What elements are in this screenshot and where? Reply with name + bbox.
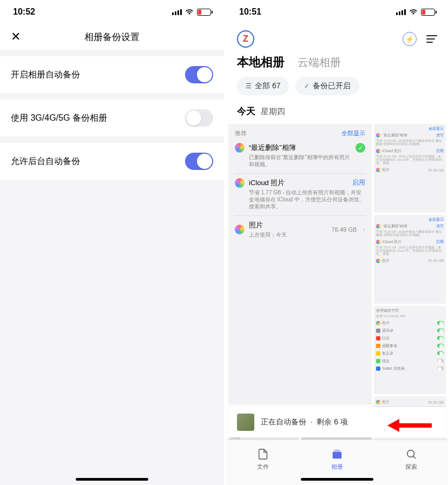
- setting-label: 允许后台自动备份: [11, 156, 80, 167]
- date-weekday: 星期四: [261, 107, 285, 117]
- toggle-background-backup[interactable]: [185, 153, 213, 170]
- tab-album-label: 相册: [331, 463, 343, 471]
- tab-explore[interactable]: 探索: [374, 440, 448, 485]
- album-screen: 10:51 Z ⚡ 本地相册 云端相册 ☰ 全部 67 ✓ 备份已开启 今天 星…: [224, 0, 448, 485]
- thumbnail-icloud-apps[interactable]: 管理储存空间 使用 ICLOUD 的 APP 照片 通讯录 日历 提醒事项 备忘…: [374, 306, 446, 395]
- filter-row: ☰ 全部 67 ✓ 备份已开启: [226, 77, 448, 102]
- photos-app-icon: [235, 178, 245, 188]
- home-indicator[interactable]: [76, 478, 148, 481]
- backup-status-button[interactable]: ✓ 备份已开启: [295, 77, 359, 95]
- photos-app-icon: [235, 143, 245, 153]
- thumbnail-settings-panel[interactable]: 推荐 全部显示 “最近删除”相簿 已删除保留在“最近删除”相簿中的所有照片和视频…: [228, 124, 372, 405]
- signal-icon: [396, 9, 406, 15]
- date-main: 今天: [237, 105, 255, 117]
- app-header: Z ⚡: [226, 24, 448, 54]
- filter-icon: ☰: [246, 82, 252, 90]
- settings-list: 开启相册自动备份 使用 3G/4G/5G 备份相册 允许后台自动备份: [0, 50, 224, 193]
- filter-all-button[interactable]: ☰ 全部 67: [237, 77, 289, 95]
- status-icons: [396, 9, 435, 16]
- page-title: 相册备份设置: [84, 31, 140, 43]
- toggle-auto-backup[interactable]: [185, 66, 213, 83]
- home-indicator[interactable]: [301, 478, 373, 481]
- backup-status-label: 备份已开启: [313, 81, 351, 91]
- status-icons: [172, 9, 211, 16]
- flash-icon[interactable]: ⚡: [403, 32, 417, 46]
- status-time: 10:51: [239, 7, 261, 17]
- photos-title: 照片: [249, 220, 287, 230]
- show-all-link: 全部显示: [341, 129, 365, 137]
- photos-sub: 上次使用：今天: [249, 231, 287, 238]
- svg-rect-1: [334, 450, 340, 451]
- photos-size: 76.49 GB: [332, 226, 357, 233]
- check-icon: ✓: [304, 82, 309, 90]
- status-bar: 10:51: [226, 0, 448, 24]
- battery-icon: [421, 9, 435, 16]
- tab-files[interactable]: 文件: [226, 440, 300, 485]
- tab-explore-label: 探索: [405, 463, 417, 471]
- thumbnail-recommend-2[interactable]: 全部显示 “最近删除”相簿清空 节省 76.29 GB - 此操作将永久删除保留…: [374, 215, 446, 304]
- nav-header: ✕ 相册备份设置: [0, 24, 224, 50]
- album-icon: [331, 448, 344, 461]
- chevron-right-icon: ›: [363, 226, 365, 233]
- check-badge-icon: ✓: [355, 143, 365, 153]
- tab-local-album[interactable]: 本地相册: [237, 54, 285, 70]
- settings-screen: 10:52 ✕ 相册备份设置 开启相册自动备份 使用 3G/4G/5G 备份相册…: [0, 0, 224, 485]
- backup-progress-bar[interactable]: 正在自动备份 · 剩余 6 项: [228, 407, 446, 437]
- app-logo-icon[interactable]: Z: [237, 30, 254, 48]
- status-time: 10:52: [13, 7, 35, 17]
- recently-deleted-title: “最近删除”相簿: [249, 143, 351, 153]
- file-icon: [256, 448, 269, 461]
- filter-all-label: 全部 67: [255, 81, 280, 91]
- setting-label: 使用 3G/4G/5G 备份相册: [11, 113, 107, 124]
- icloud-photos-desc: 节省 1.77 GB - 自动上传所有照片和视频，并安全地储存在 iCloud …: [249, 189, 365, 210]
- thumbnail-recommend-1[interactable]: 全部显示 “最近删除”相簿清空 节省 76.29 GB - 此操作将永久删除保留…: [374, 124, 446, 213]
- tab-files-label: 文件: [257, 463, 269, 471]
- setting-label: 开启相册自动备份: [11, 69, 80, 81]
- menu-icon[interactable]: [426, 35, 437, 43]
- wifi-icon: [185, 9, 194, 15]
- svg-rect-0: [333, 451, 342, 458]
- svg-point-2: [407, 450, 414, 457]
- recommend-label: 推荐: [235, 129, 247, 137]
- photos-app-icon: [235, 225, 245, 234]
- icloud-enable-link: 启用: [352, 178, 365, 188]
- icloud-photos-title: iCloud 照片: [249, 178, 285, 188]
- close-icon[interactable]: ✕: [11, 30, 21, 44]
- search-icon: [405, 448, 418, 461]
- album-tabs: 本地相册 云端相册: [226, 54, 448, 77]
- recently-deleted-desc: 已删除保留在“最近删除”相簿中的所有照片和视频。: [249, 154, 351, 168]
- toggle-cellular-backup[interactable]: [185, 109, 213, 127]
- setting-cellular-backup: 使用 3G/4G/5G 备份相册: [0, 100, 224, 136]
- signal-icon: [172, 9, 182, 15]
- setting-background-backup: 允许后台自动备份: [0, 143, 224, 180]
- wifi-icon: [409, 9, 418, 15]
- date-header: 今天 星期四: [226, 102, 448, 124]
- backup-status-text: 正在自动备份 · 剩余 6 项: [261, 417, 348, 427]
- status-bar: 10:52: [0, 0, 224, 24]
- tab-cloud-album[interactable]: 云端相册: [298, 55, 341, 70]
- setting-auto-backup: 开启相册自动备份: [0, 56, 224, 93]
- battery-icon: [197, 9, 211, 16]
- backup-thumbnail: [237, 414, 254, 431]
- svg-line-3: [413, 456, 416, 459]
